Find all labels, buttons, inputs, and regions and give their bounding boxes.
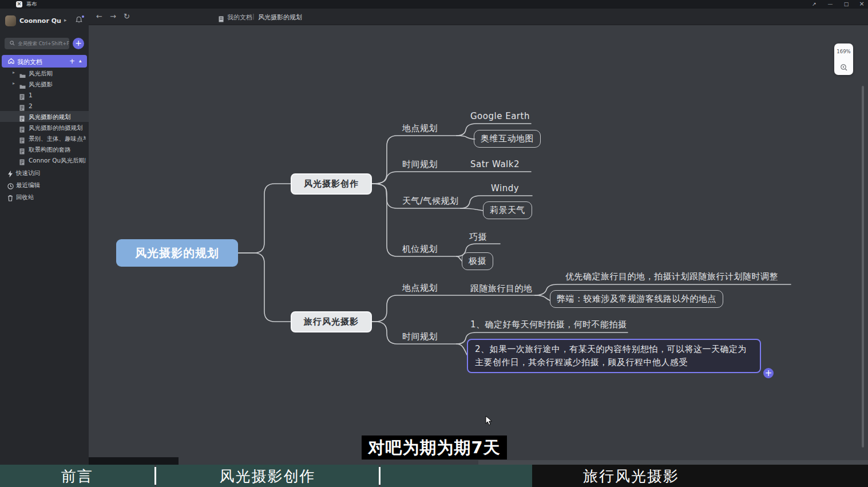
video-chapter-bar[interactable]: 前言 风光摄影创作 旅行风光摄影 — [0, 465, 868, 487]
page-title: 风光摄影的规划 — [258, 13, 302, 22]
expand-arrow-icon[interactable]: ▸ — [13, 70, 15, 75]
sidebar-item-doc-selected[interactable]: 风光摄影的规划 — [0, 111, 89, 122]
sidebar-item-label: 景别、主体、趣味点与取景… — [29, 135, 86, 143]
new-document-button[interactable]: + — [73, 38, 84, 49]
maximize-icon[interactable]: □ — [840, 0, 853, 8]
sidebar-item-label: 1 — [29, 92, 33, 98]
sidebar-item-label: 回收站 — [16, 193, 34, 201]
document-icon — [19, 157, 25, 168]
sidebar-item-folder[interactable]: ▸ 风光摄影 — [0, 78, 89, 89]
sidebar-item-recent[interactable]: 最近编辑 — [0, 179, 89, 190]
mindmap-node-ovital-map[interactable]: 奥维互动地图 — [474, 130, 541, 148]
refresh-icon[interactable]: ↻ — [124, 12, 130, 21]
user-menu-caret-icon: ▸ — [64, 17, 67, 23]
sidebar-item-doc[interactable]: 景别、主体、趣味点与取景… — [0, 133, 89, 144]
forward-icon[interactable]: → — [110, 12, 116, 21]
mindmap-node-follow-destination[interactable]: 跟随旅行目的地 — [470, 283, 533, 294]
mouse-cursor — [485, 415, 493, 428]
chapter-separator — [379, 467, 381, 485]
pin-window-icon[interactable]: ↗ — [808, 0, 821, 8]
add-child-node-button[interactable]: + — [762, 367, 775, 379]
clock-icon — [7, 181, 14, 192]
sidebar-item-label: 2 — [29, 102, 33, 109]
mindmap-node-root[interactable]: 风光摄影的规划 — [116, 239, 238, 267]
add-doc-icon[interactable]: + — [69, 57, 75, 65]
collapse-icon[interactable]: ▴ — [79, 58, 82, 64]
sidebar-item-label: Connor Qu风光后期思维导图 — [29, 157, 86, 165]
video-subtitle: 对吧为期为期7天 — [362, 435, 507, 460]
sidebar-item-label: 风光摄影的拍摄规划 — [29, 124, 83, 132]
sidebar-item-doc[interactable]: 取景构图的套路 — [0, 144, 89, 155]
mindmap-node-location-planning-2[interactable]: 地点规划 — [402, 283, 438, 294]
mindmap-node-drawback[interactable]: 弊端：较难涉及常规游客线路以外的地点 — [550, 290, 723, 308]
close-icon[interactable]: × — [855, 0, 868, 8]
doc-toolbar: ← → ↻ 我的文档 | 风光摄影的规划 ≡大纲笔记 A ▣ ↪ ⋯ — [89, 9, 868, 25]
vertical-scrollbar[interactable] — [862, 86, 864, 448]
breadcrumb[interactable]: 我的文档 — [227, 13, 252, 22]
sidebar-item-trash[interactable]: 回收站 — [0, 191, 89, 202]
chapter-label: 旅行风光摄影 — [580, 466, 683, 486]
zoom-level: 169% — [834, 49, 853, 54]
avatar[interactable] — [5, 15, 16, 26]
search-placeholder: 全局搜索 Ctrl+Shift+F — [18, 41, 69, 47]
mindmap-node-branch2[interactable]: 旅行风光摄影 — [291, 311, 372, 332]
sidebar-item-label: 风光摄影的规划 — [29, 113, 71, 121]
search-input[interactable]: 全局搜索 Ctrl+Shift+F — [5, 38, 69, 49]
trash-icon — [7, 193, 13, 204]
sidebar-item-label: 风光摄影 — [29, 81, 53, 89]
locate-icon[interactable] — [840, 62, 847, 73]
zoom-control[interactable]: 169% — [834, 43, 853, 75]
mindmap-node-priority-destination[interactable]: 优先确定旅行目的地，拍摄计划跟随旅行计划随时调整 — [565, 271, 778, 282]
mindmap-node-time-planning-1[interactable]: 时间规划 — [402, 159, 438, 170]
mindmap-node-jishe[interactable]: 极摄 — [462, 252, 493, 270]
user-account-row[interactable]: Coonnor Qu ▸ — [0, 14, 89, 27]
document-icon — [219, 14, 224, 25]
mindmap-node-qiaoshe[interactable]: 巧摄 — [469, 232, 487, 243]
mindmap-node-windy[interactable]: Windy — [491, 183, 519, 193]
window-titlebar: ✕ 幕布 ↗ — □ × — [0, 0, 868, 9]
mindmap-node-selected[interactable]: 2、如果一次旅行途中，有某天的内容特别想怕，可以将这一天确定为主要创作日，其余行… — [467, 339, 761, 373]
mindmap-node-weather-planning[interactable]: 天气/气候规划 — [402, 196, 459, 207]
sidebar-item-doc[interactable]: Connor Qu风光后期思维导图 — [0, 155, 89, 165]
sidebar-item-quick-access[interactable]: 快速访问 — [0, 167, 89, 178]
app-window: ✕ 幕布 ↗ — □ × Coonnor Qu ▸ 全局搜索 Ctrl+Shif… — [0, 0, 868, 487]
breadcrumb-separator: | — [252, 13, 255, 20]
sidebar-item-label: 取景构图的套路 — [29, 146, 71, 154]
app-logo-icon: ✕ — [16, 1, 22, 7]
mindmap-node-star-walk[interactable]: Satr Walk2 — [470, 159, 520, 169]
notifications-bell-icon[interactable] — [75, 15, 85, 26]
chapter-separator — [154, 467, 156, 485]
mindmap-node-shoot-schedule[interactable]: 1、确定好每天何时拍摄，何时不能拍摄 — [470, 319, 627, 330]
chapter-segment-creation[interactable]: 风光摄影创作 — [156, 465, 379, 487]
app-name: 幕布 — [26, 1, 37, 8]
mindmap-node-google-earth[interactable]: Google Earth — [470, 111, 530, 121]
chapter-label: 风光摄影创作 — [156, 466, 379, 486]
mindmap-node-lijing-weather[interactable]: 莉景天气 — [483, 201, 532, 219]
notification-dot — [82, 15, 84, 18]
sidebar-item-label: 风光后期 — [29, 70, 53, 78]
sidebar-item-doc[interactable]: 1 — [0, 89, 89, 100]
sidebar-item-label: 最近编辑 — [16, 181, 40, 189]
sidebar-item-doc[interactable]: 风光摄影的拍摄规划 — [0, 122, 89, 133]
expand-arrow-icon[interactable]: ▸ — [13, 81, 15, 86]
mindmap-node-camera-position-planning[interactable]: 机位规划 — [402, 244, 438, 255]
mindmap-node-location-planning-1[interactable]: 地点规划 — [402, 123, 438, 134]
sidebar-item-my-docs[interactable]: 我的文档 + ▴ — [2, 55, 87, 68]
chapter-segment-empty[interactable] — [381, 465, 532, 487]
sidebar-item-doc[interactable]: 2 — [0, 100, 89, 111]
back-icon[interactable]: ← — [96, 12, 102, 21]
sidebar-item-label: 快速访问 — [16, 169, 40, 177]
sidebar: Coonnor Qu ▸ 全局搜索 Ctrl+Shift+F + 我的文档 + … — [0, 9, 89, 465]
mindmap-node-time-planning-2[interactable]: 时间规划 — [402, 331, 438, 342]
minimize-icon[interactable]: — — [824, 0, 837, 8]
chapter-segment-intro[interactable]: 前言 — [0, 465, 154, 487]
my-docs-label: 我的文档 — [17, 58, 42, 66]
mindmap-node-branch1[interactable]: 风光摄影创作 — [291, 173, 372, 195]
sidebar-item-folder[interactable]: ▸ 风光后期 — [0, 68, 89, 78]
lightning-icon — [7, 169, 13, 180]
chapter-label: 前言 — [0, 466, 154, 486]
user-name: Coonnor Qu — [19, 17, 61, 25]
